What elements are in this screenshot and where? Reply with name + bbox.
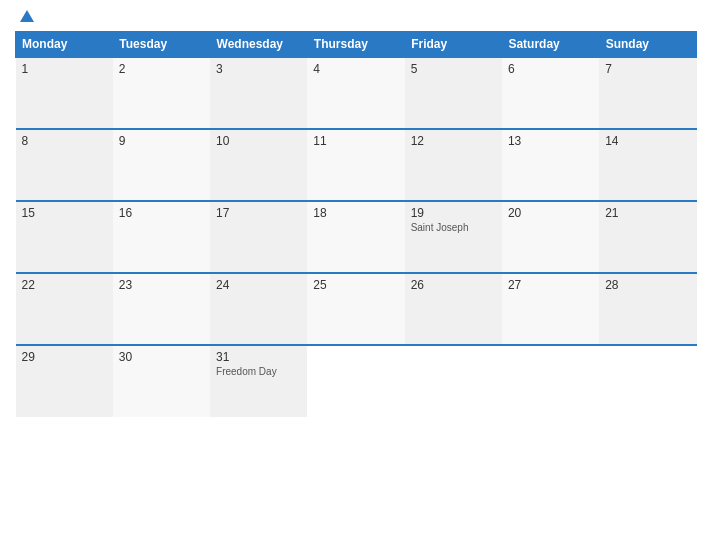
calendar-cell: 25 [307, 273, 404, 345]
day-number: 30 [119, 350, 204, 364]
day-number: 12 [411, 134, 496, 148]
day-number: 19 [411, 206, 496, 220]
day-number: 23 [119, 278, 204, 292]
calendar-header-row: MondayTuesdayWednesdayThursdayFridaySatu… [16, 32, 697, 58]
col-header-thursday: Thursday [307, 32, 404, 58]
calendar-cell: 10 [210, 129, 307, 201]
day-number: 10 [216, 134, 301, 148]
calendar-cell [307, 345, 404, 417]
calendar-cell [502, 345, 599, 417]
calendar-cell: 22 [16, 273, 113, 345]
calendar-cell: 6 [502, 57, 599, 129]
calendar-cell: 20 [502, 201, 599, 273]
calendar-cell: 19Saint Joseph [405, 201, 502, 273]
day-number: 24 [216, 278, 301, 292]
day-number: 13 [508, 134, 593, 148]
calendar-cell: 24 [210, 273, 307, 345]
calendar-cell: 14 [599, 129, 696, 201]
day-number: 25 [313, 278, 398, 292]
day-number: 9 [119, 134, 204, 148]
day-number: 4 [313, 62, 398, 76]
calendar-cell: 3 [210, 57, 307, 129]
calendar-cell [599, 345, 696, 417]
calendar-cell: 17 [210, 201, 307, 273]
calendar-cell: 13 [502, 129, 599, 201]
calendar-cell: 4 [307, 57, 404, 129]
calendar-week-row: 1516171819Saint Joseph2021 [16, 201, 697, 273]
calendar-cell: 30 [113, 345, 210, 417]
day-number: 1 [22, 62, 107, 76]
calendar-week-row: 22232425262728 [16, 273, 697, 345]
day-number: 26 [411, 278, 496, 292]
logo-blue-text [20, 10, 36, 23]
day-number: 14 [605, 134, 690, 148]
calendar-cell: 9 [113, 129, 210, 201]
day-number: 22 [22, 278, 107, 292]
calendar-cell: 12 [405, 129, 502, 201]
day-number: 17 [216, 206, 301, 220]
calendar-cell: 16 [113, 201, 210, 273]
day-number: 20 [508, 206, 593, 220]
day-number: 3 [216, 62, 301, 76]
col-header-monday: Monday [16, 32, 113, 58]
calendar-cell: 7 [599, 57, 696, 129]
calendar-cell: 26 [405, 273, 502, 345]
calendar-container: MondayTuesdayWednesdayThursdayFridaySatu… [0, 0, 712, 550]
holiday-label: Freedom Day [216, 366, 301, 377]
day-number: 18 [313, 206, 398, 220]
day-number: 29 [22, 350, 107, 364]
calendar-week-row: 891011121314 [16, 129, 697, 201]
calendar-table: MondayTuesdayWednesdayThursdayFridaySatu… [15, 31, 697, 417]
calendar-week-row: 1234567 [16, 57, 697, 129]
day-number: 5 [411, 62, 496, 76]
calendar-week-row: 293031Freedom Day [16, 345, 697, 417]
calendar-cell [405, 345, 502, 417]
day-number: 6 [508, 62, 593, 76]
col-header-friday: Friday [405, 32, 502, 58]
calendar-cell: 29 [16, 345, 113, 417]
calendar-cell: 11 [307, 129, 404, 201]
calendar-cell: 8 [16, 129, 113, 201]
col-header-sunday: Sunday [599, 32, 696, 58]
col-header-wednesday: Wednesday [210, 32, 307, 58]
day-number: 8 [22, 134, 107, 148]
calendar-cell: 23 [113, 273, 210, 345]
col-header-tuesday: Tuesday [113, 32, 210, 58]
calendar-cell: 15 [16, 201, 113, 273]
day-number: 31 [216, 350, 301, 364]
day-number: 16 [119, 206, 204, 220]
col-header-saturday: Saturday [502, 32, 599, 58]
day-number: 28 [605, 278, 690, 292]
calendar-cell: 5 [405, 57, 502, 129]
calendar-cell: 28 [599, 273, 696, 345]
calendar-header [15, 10, 697, 23]
calendar-cell: 18 [307, 201, 404, 273]
calendar-cell: 1 [16, 57, 113, 129]
calendar-cell: 31Freedom Day [210, 345, 307, 417]
day-number: 11 [313, 134, 398, 148]
calendar-cell: 21 [599, 201, 696, 273]
calendar-cell: 27 [502, 273, 599, 345]
day-number: 2 [119, 62, 204, 76]
logo-triangle-icon [20, 10, 34, 22]
day-number: 27 [508, 278, 593, 292]
logo [20, 10, 36, 23]
day-number: 7 [605, 62, 690, 76]
holiday-label: Saint Joseph [411, 222, 496, 233]
day-number: 15 [22, 206, 107, 220]
day-number: 21 [605, 206, 690, 220]
calendar-cell: 2 [113, 57, 210, 129]
